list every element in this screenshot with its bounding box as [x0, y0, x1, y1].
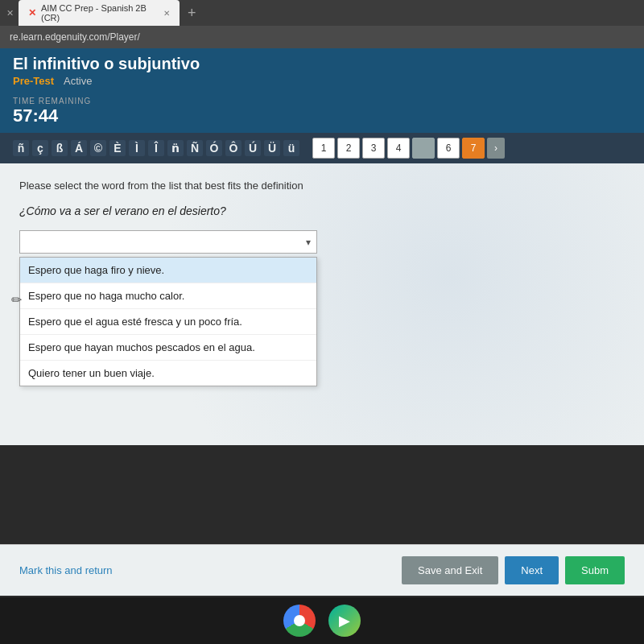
pretest-label: Pre-Test — [13, 75, 54, 87]
special-char-n2[interactable]: n̈ — [167, 140, 184, 156]
dropdown-option-2[interactable]: Espero que no haga mucho calor. — [20, 283, 316, 309]
chrome-icon-inner — [294, 615, 305, 626]
taskbar: ▶ — [0, 597, 644, 644]
nav-next-arrow[interactable]: › — [487, 138, 505, 159]
timer-section: TIME REMAINING 57:44 — [0, 93, 644, 133]
special-char-2[interactable]: ç — [32, 140, 48, 156]
nav-num-5[interactable] — [412, 138, 435, 159]
special-char-n[interactable]: ñ — [13, 140, 29, 156]
nav-num-6[interactable]: 6 — [437, 138, 460, 159]
save-exit-button[interactable]: Save and Exit — [402, 556, 498, 584]
special-char-I[interactable]: Ì — [129, 140, 145, 156]
dropdown-option-3[interactable]: Espero que el agua esté fresca y un poco… — [20, 309, 316, 335]
app-subtitle: Pre-Test Active — [13, 75, 631, 87]
nav-num-4[interactable]: 4 — [387, 138, 410, 159]
special-char-O[interactable]: Ó — [206, 140, 222, 156]
app-header: El infinitivo o subjuntivo Pre-Test Acti… — [0, 48, 644, 93]
next-button[interactable]: Next — [505, 556, 559, 584]
answer-dropdown[interactable]: Espero que haga firo y nieve. Espero que… — [19, 230, 317, 254]
page-title: El infinitivo o subjuntivo — [13, 55, 631, 73]
nav-num-1[interactable]: 1 — [312, 138, 335, 159]
special-char-c[interactable]: © — [90, 140, 106, 156]
tab-title: AIM CC Prep - Spanish 2B (CR) — [41, 3, 159, 23]
tab-close-icon[interactable]: ✕ — [6, 8, 14, 19]
special-char-I2[interactable]: Î — [148, 140, 164, 156]
new-tab-button[interactable]: + — [188, 5, 196, 22]
special-chars-bar: ñ ç ß Á © È Ì Î n̈ Ñ Ó Ô Ú Ü ü 1 2 3 4 6… — [0, 133, 644, 163]
edit-pencil-icon[interactable]: ✏ — [11, 292, 22, 308]
play-store-icon[interactable]: ▶ — [328, 605, 361, 637]
special-char-O2[interactable]: Ô — [225, 140, 242, 156]
question-text: ¿Cómo va a ser el verano en el desierto? — [19, 204, 625, 217]
timer-value: 57:44 — [13, 105, 631, 126]
dropdown-option-5[interactable]: Quiero tener un buen viaje. — [20, 361, 316, 386]
nav-num-3[interactable]: 3 — [362, 138, 385, 159]
address-bar: re.learn.edgenuity.com/Player/ — [0, 26, 644, 48]
nav-num-2[interactable]: 2 — [337, 138, 360, 159]
footer: Mark this and return Save and Exit Next … — [0, 544, 644, 596]
tab-x-icon[interactable]: ✕ — [163, 9, 170, 18]
dropdown-option-1[interactable]: Espero que haga firo y nieve. — [20, 258, 316, 283]
footer-buttons: Save and Exit Next Subm — [402, 556, 625, 584]
chrome-icon[interactable] — [283, 605, 316, 637]
dropdown-option-4[interactable]: Espero que hayan muchos pescados en el a… — [20, 335, 316, 361]
timer-label: TIME REMAINING — [13, 97, 631, 105]
submit-button[interactable]: Subm — [565, 556, 625, 584]
tab-logo-icon: ✕ — [28, 7, 36, 19]
active-label: Active — [64, 75, 92, 87]
browser-tab[interactable]: ✕ AIM CC Prep - Spanish 2B (CR) ✕ — [19, 0, 180, 26]
browser-chrome: ✕ ✕ AIM CC Prep - Spanish 2B (CR) ✕ + — [0, 0, 644, 26]
special-char-N[interactable]: Ñ — [187, 140, 203, 156]
special-char-U[interactable]: Ú — [245, 140, 261, 156]
address-text: re.learn.edgenuity.com/Player/ — [10, 31, 140, 43]
special-char-3[interactable]: ß — [52, 140, 68, 156]
special-char-U2[interactable]: Ü — [264, 140, 280, 156]
main-content: ✏ Please select the word from the list t… — [0, 163, 644, 445]
question-instruction: Please select the word from the list tha… — [19, 180, 625, 192]
special-char-A[interactable]: Á — [71, 140, 87, 156]
question-nav: 1 2 3 4 6 7 › — [312, 138, 505, 159]
answer-dropdown-wrapper: Espero que haga firo y nieve. Espero que… — [19, 230, 317, 254]
special-char-u[interactable]: ü — [283, 140, 299, 156]
special-char-E[interactable]: È — [109, 140, 126, 156]
mark-return-link[interactable]: Mark this and return — [19, 564, 113, 576]
nav-num-7[interactable]: 7 — [462, 138, 485, 159]
dropdown-options-list: Espero que haga firo y nieve. Espero que… — [19, 257, 317, 386]
